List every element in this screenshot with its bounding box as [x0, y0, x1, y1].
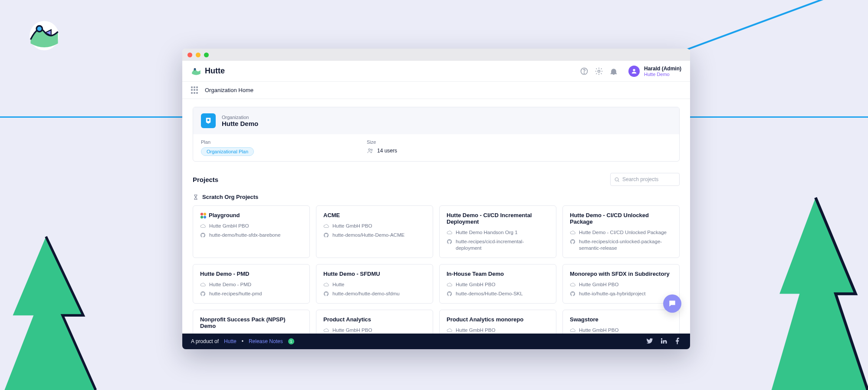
hourglass-icon [193, 194, 199, 200]
cloud-icon [323, 282, 329, 288]
cloud-icon [323, 327, 329, 333]
svg-rect-9 [207, 119, 210, 121]
size-label: Size [367, 139, 397, 145]
github-icon [447, 239, 452, 245]
github-icon [200, 291, 206, 297]
project-card[interactable]: Swagstore Hutte GmbH PBO [562, 310, 680, 334]
search-icon [614, 177, 620, 182]
breadcrumb-bar: Organization Home [182, 82, 690, 99]
plan-label: Plan [201, 139, 254, 145]
app-window: Hutte Harald (Admin) Hutte Demo Organiza… [182, 49, 690, 349]
brand[interactable]: Hutte [191, 66, 225, 76]
linkedin-icon[interactable] [660, 337, 667, 346]
plan-chip[interactable]: Organizational Plan [201, 147, 254, 156]
project-card[interactable]: Playground Hutte GmbH PBO hutte-demo/hut… [193, 205, 310, 258]
brand-name: Hutte [205, 66, 225, 76]
svg-point-6 [584, 73, 584, 73]
cloud-icon [570, 282, 575, 288]
footer-bar: A product of Hutte • Release Notes 1 [182, 334, 690, 349]
github-icon [447, 291, 452, 297]
user-menu[interactable]: Harald (Admin) Hutte Demo [621, 66, 681, 77]
github-icon [570, 239, 575, 245]
project-card[interactable]: Hutte Demo - CI/CD Incremental Deploymen… [439, 205, 556, 258]
projects-grid: Playground Hutte GmbH PBO hutte-demo/hut… [193, 205, 680, 334]
search-input[interactable]: Search projects [610, 173, 680, 186]
svg-point-11 [371, 149, 372, 150]
svg-point-10 [368, 149, 370, 150]
section-heading: Scratch Org Projects [193, 194, 680, 200]
user-name: Harald (Admin) [644, 66, 681, 72]
window-zoom-icon[interactable] [204, 53, 209, 57]
footer-prefix: A product of [191, 338, 219, 344]
svg-point-12 [615, 178, 618, 181]
search-placeholder: Search projects [622, 176, 658, 182]
cloud-icon [200, 282, 206, 288]
cloud-icon [447, 282, 452, 288]
github-icon [200, 232, 206, 238]
project-card[interactable]: Monorepo with SFDX in Subdirectory Hutte… [562, 264, 680, 304]
org-name: Hutte Demo [222, 120, 258, 127]
project-card[interactable]: Product Analytics monorepo Hutte GmbH PB… [439, 310, 556, 334]
tree-right-illustration [755, 182, 868, 390]
github-icon [570, 291, 575, 297]
window-minimize-icon[interactable] [196, 53, 201, 57]
org-label: Organization [222, 115, 258, 120]
github-icon [323, 232, 329, 238]
svg-point-7 [598, 70, 600, 72]
settings-icon[interactable] [595, 67, 603, 76]
project-card[interactable]: Hutte Demo - PMD Hutte Demo - PMD hutte-… [193, 264, 310, 304]
avatar-icon [628, 66, 640, 77]
cloud-icon [447, 230, 452, 235]
project-card[interactable]: Hutte Demo - SFDMU Hutte hutte-demo/hutt… [316, 264, 433, 304]
tree-left-illustration [0, 208, 108, 390]
notifications-icon[interactable] [609, 67, 618, 76]
project-card[interactable]: Hutte Demo - CI/CD Unlocked Package Hutt… [562, 205, 680, 258]
github-icon [323, 291, 329, 297]
twitter-icon[interactable] [646, 337, 654, 346]
size-value: 14 users [377, 148, 397, 154]
cloud-icon [570, 230, 575, 235]
playground-icon [200, 212, 206, 218]
window-close-icon[interactable] [187, 53, 192, 57]
hutte-logo-icon [191, 66, 201, 76]
project-card[interactable]: ACME Hutte GmbH PBO hutte-demos/Hutte-De… [316, 205, 433, 258]
release-notes-badge[interactable]: 1 [288, 338, 294, 344]
help-icon[interactable] [580, 67, 589, 76]
projects-heading: Projects [193, 176, 218, 183]
org-summary-card: Organization Hutte Demo Plan Organizatio… [193, 107, 680, 162]
release-notes-link[interactable]: Release Notes [249, 338, 283, 344]
svg-point-8 [633, 69, 635, 71]
content-area: Organization Hutte Demo Plan Organizatio… [182, 99, 690, 334]
cloud-icon [570, 327, 575, 333]
cloud-icon [200, 223, 206, 229]
intercom-chat-button[interactable] [663, 294, 681, 313]
app-header: Hutte Harald (Admin) Hutte Demo [182, 61, 690, 82]
breadcrumb-current[interactable]: Organization Home [205, 87, 253, 93]
cloud-icon [323, 223, 329, 229]
window-titlebar [182, 49, 690, 61]
project-card[interactable]: Nonprofit Success Pack (NPSP) Demo Hutte… [193, 310, 310, 334]
footer-brand-link[interactable]: Hutte [224, 338, 237, 344]
svg-point-4 [194, 68, 196, 70]
user-org: Hutte Demo [644, 72, 681, 77]
svg-point-1 [36, 26, 43, 32]
cloud-icon [447, 327, 452, 333]
app-switcher-icon[interactable] [191, 86, 199, 94]
facebook-icon[interactable] [674, 337, 681, 346]
project-card[interactable]: In-House Team Demo Hutte GmbH PBO hutte-… [439, 264, 556, 304]
project-card[interactable]: Product Analytics Hutte GmbH PBO [316, 310, 433, 334]
users-icon [367, 147, 374, 154]
hutte-bg-logo [29, 20, 60, 51]
org-icon [201, 113, 216, 128]
